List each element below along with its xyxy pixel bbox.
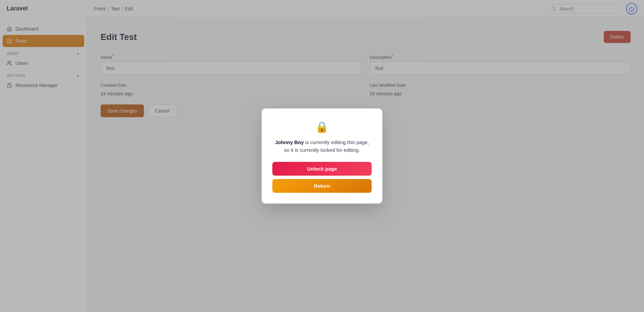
modal-message: Johnny Boy is currently editing this pag… [272, 139, 372, 154]
return-button[interactable]: Return [272, 179, 372, 193]
unlock-page-button[interactable]: Unlock page [272, 162, 372, 176]
lock-modal: 🔒 Johnny Boy is currently editing this p… [262, 108, 382, 204]
modal-lock-icon: 🔒 [315, 121, 329, 133]
modal-overlay[interactable]: 🔒 Johnny Boy is currently editing this p… [0, 0, 644, 312]
modal-user-name: Johnny Boy [275, 139, 304, 145]
